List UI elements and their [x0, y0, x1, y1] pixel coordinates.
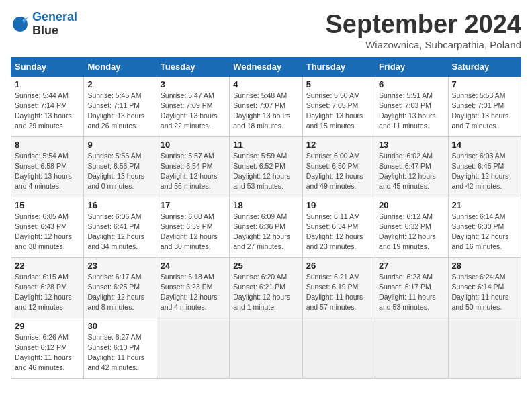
- day-info: Sunrise: 6:14 AM Sunset: 6:30 PM Dayligh…: [452, 212, 517, 253]
- calendar-cell: 7Sunrise: 5:53 AM Sunset: 7:01 PM Daylig…: [448, 76, 521, 136]
- day-info: Sunrise: 6:18 AM Sunset: 6:23 PM Dayligh…: [161, 272, 226, 313]
- calendar-cell: 12Sunrise: 6:00 AM Sunset: 6:50 PM Dayli…: [302, 136, 375, 197]
- calendar-cell: 20Sunrise: 6:12 AM Sunset: 6:32 PM Dayli…: [375, 197, 448, 257]
- calendar-week-row: 8Sunrise: 5:54 AM Sunset: 6:58 PM Daylig…: [11, 136, 521, 197]
- calendar-cell: 24Sunrise: 6:18 AM Sunset: 6:23 PM Dayli…: [157, 257, 229, 318]
- day-number: 29: [15, 321, 80, 331]
- day-number: 12: [306, 140, 371, 150]
- logo-text: General Blue: [32, 11, 77, 38]
- day-info: Sunrise: 6:03 AM Sunset: 6:45 PM Dayligh…: [452, 151, 517, 192]
- day-info: Sunrise: 6:05 AM Sunset: 6:43 PM Dayligh…: [15, 212, 80, 253]
- calendar-cell: 25Sunrise: 6:20 AM Sunset: 6:21 PM Dayli…: [230, 257, 302, 318]
- day-number: 8: [15, 140, 80, 150]
- page-header: General Blue September 2024 Wiazownica, …: [11, 11, 521, 50]
- day-number: 22: [15, 261, 80, 271]
- day-number: 16: [87, 200, 152, 210]
- calendar-cell: 4Sunrise: 5:48 AM Sunset: 7:07 PM Daylig…: [230, 76, 302, 136]
- calendar-cell: 30Sunrise: 6:27 AM Sunset: 6:10 PM Dayli…: [84, 318, 157, 378]
- calendar-cell: 2Sunrise: 5:45 AM Sunset: 7:11 PM Daylig…: [84, 76, 157, 136]
- calendar-week-row: 1Sunrise: 5:44 AM Sunset: 7:14 PM Daylig…: [11, 76, 521, 136]
- calendar-cell: 3Sunrise: 5:47 AM Sunset: 7:09 PM Daylig…: [157, 76, 229, 136]
- day-number: 15: [15, 200, 80, 210]
- day-number: 19: [306, 200, 371, 210]
- logo-icon: [11, 15, 30, 34]
- day-info: Sunrise: 5:44 AM Sunset: 7:14 PM Dayligh…: [15, 91, 80, 132]
- weekday-header-sunday: Sunday: [11, 57, 84, 76]
- day-number: 3: [161, 79, 226, 89]
- weekday-header-friday: Friday: [375, 57, 448, 76]
- calendar-cell: 10Sunrise: 5:57 AM Sunset: 6:54 PM Dayli…: [157, 136, 229, 197]
- day-info: Sunrise: 5:56 AM Sunset: 6:56 PM Dayligh…: [87, 151, 152, 192]
- calendar-week-row: 29Sunrise: 6:26 AM Sunset: 6:12 PM Dayli…: [11, 318, 521, 378]
- weekday-header-saturday: Saturday: [448, 57, 521, 76]
- day-number: 27: [379, 261, 444, 271]
- day-info: Sunrise: 6:17 AM Sunset: 6:25 PM Dayligh…: [87, 272, 152, 313]
- day-info: Sunrise: 5:54 AM Sunset: 6:58 PM Dayligh…: [15, 151, 80, 192]
- day-info: Sunrise: 6:11 AM Sunset: 6:34 PM Dayligh…: [306, 212, 371, 253]
- day-number: 11: [233, 140, 298, 150]
- weekday-header-thursday: Thursday: [302, 57, 375, 76]
- calendar-cell: 9Sunrise: 5:56 AM Sunset: 6:56 PM Daylig…: [84, 136, 157, 197]
- day-info: Sunrise: 6:02 AM Sunset: 6:47 PM Dayligh…: [379, 151, 444, 192]
- day-number: 28: [452, 261, 517, 271]
- calendar-cell: [375, 318, 448, 378]
- calendar-cell: 6Sunrise: 5:51 AM Sunset: 7:03 PM Daylig…: [375, 76, 448, 136]
- day-info: Sunrise: 5:47 AM Sunset: 7:09 PM Dayligh…: [161, 91, 226, 132]
- calendar-cell: 16Sunrise: 6:06 AM Sunset: 6:41 PM Dayli…: [84, 197, 157, 257]
- logo: General Blue: [11, 11, 77, 38]
- day-info: Sunrise: 6:12 AM Sunset: 6:32 PM Dayligh…: [379, 212, 444, 253]
- calendar-cell: 8Sunrise: 5:54 AM Sunset: 6:58 PM Daylig…: [11, 136, 84, 197]
- calendar-cell: [157, 318, 229, 378]
- title-block: September 2024 Wiazownica, Subcarpathia,…: [326, 11, 522, 50]
- calendar-cell: [230, 318, 302, 378]
- day-number: 24: [161, 261, 226, 271]
- calendar-cell: 28Sunrise: 6:24 AM Sunset: 6:14 PM Dayli…: [448, 257, 521, 318]
- calendar-cell: [302, 318, 375, 378]
- calendar-table: SundayMondayTuesdayWednesdayThursdayFrid…: [11, 57, 521, 379]
- weekday-header-tuesday: Tuesday: [157, 57, 229, 76]
- weekday-header-wednesday: Wednesday: [230, 57, 302, 76]
- day-number: 7: [452, 79, 517, 89]
- calendar-cell: 14Sunrise: 6:03 AM Sunset: 6:45 PM Dayli…: [448, 136, 521, 197]
- day-number: 23: [87, 261, 152, 271]
- day-number: 25: [233, 261, 298, 271]
- calendar-cell: 1Sunrise: 5:44 AM Sunset: 7:14 PM Daylig…: [11, 76, 84, 136]
- day-info: Sunrise: 5:57 AM Sunset: 6:54 PM Dayligh…: [161, 151, 226, 192]
- day-info: Sunrise: 6:00 AM Sunset: 6:50 PM Dayligh…: [306, 151, 371, 192]
- day-number: 4: [233, 79, 298, 89]
- day-number: 2: [87, 79, 152, 89]
- day-number: 6: [379, 79, 444, 89]
- calendar-cell: 15Sunrise: 6:05 AM Sunset: 6:43 PM Dayli…: [11, 197, 84, 257]
- calendar-cell: 17Sunrise: 6:08 AM Sunset: 6:39 PM Dayli…: [157, 197, 229, 257]
- day-number: 5: [306, 79, 371, 89]
- day-number: 14: [452, 140, 517, 150]
- day-info: Sunrise: 6:21 AM Sunset: 6:19 PM Dayligh…: [306, 272, 371, 313]
- calendar-cell: 27Sunrise: 6:23 AM Sunset: 6:17 PM Dayli…: [375, 257, 448, 318]
- day-number: 13: [379, 140, 444, 150]
- day-info: Sunrise: 6:20 AM Sunset: 6:21 PM Dayligh…: [233, 272, 298, 313]
- calendar-cell: 22Sunrise: 6:15 AM Sunset: 6:28 PM Dayli…: [11, 257, 84, 318]
- day-number: 18: [233, 200, 298, 210]
- day-number: 26: [306, 261, 371, 271]
- day-info: Sunrise: 5:59 AM Sunset: 6:52 PM Dayligh…: [233, 151, 298, 192]
- day-number: 9: [87, 140, 152, 150]
- day-number: 17: [161, 200, 226, 210]
- day-info: Sunrise: 6:24 AM Sunset: 6:14 PM Dayligh…: [452, 272, 517, 313]
- day-number: 1: [15, 79, 80, 89]
- calendar-cell: 26Sunrise: 6:21 AM Sunset: 6:19 PM Dayli…: [302, 257, 375, 318]
- day-info: Sunrise: 5:50 AM Sunset: 7:05 PM Dayligh…: [306, 91, 371, 132]
- calendar-cell: 13Sunrise: 6:02 AM Sunset: 6:47 PM Dayli…: [375, 136, 448, 197]
- weekday-header-monday: Monday: [84, 57, 157, 76]
- day-number: 10: [161, 140, 226, 150]
- calendar-cell: 5Sunrise: 5:50 AM Sunset: 7:05 PM Daylig…: [302, 76, 375, 136]
- day-number: 20: [379, 200, 444, 210]
- month-title: September 2024: [326, 11, 522, 39]
- day-info: Sunrise: 5:53 AM Sunset: 7:01 PM Dayligh…: [452, 91, 517, 132]
- location-subtitle: Wiazownica, Subcarpathia, Poland: [326, 39, 522, 50]
- day-info: Sunrise: 6:23 AM Sunset: 6:17 PM Dayligh…: [379, 272, 444, 313]
- day-info: Sunrise: 6:09 AM Sunset: 6:36 PM Dayligh…: [233, 212, 298, 253]
- calendar-week-row: 22Sunrise: 6:15 AM Sunset: 6:28 PM Dayli…: [11, 257, 521, 318]
- calendar-cell: 29Sunrise: 6:26 AM Sunset: 6:12 PM Dayli…: [11, 318, 84, 378]
- day-info: Sunrise: 6:15 AM Sunset: 6:28 PM Dayligh…: [15, 272, 80, 313]
- calendar-cell: 21Sunrise: 6:14 AM Sunset: 6:30 PM Dayli…: [448, 197, 521, 257]
